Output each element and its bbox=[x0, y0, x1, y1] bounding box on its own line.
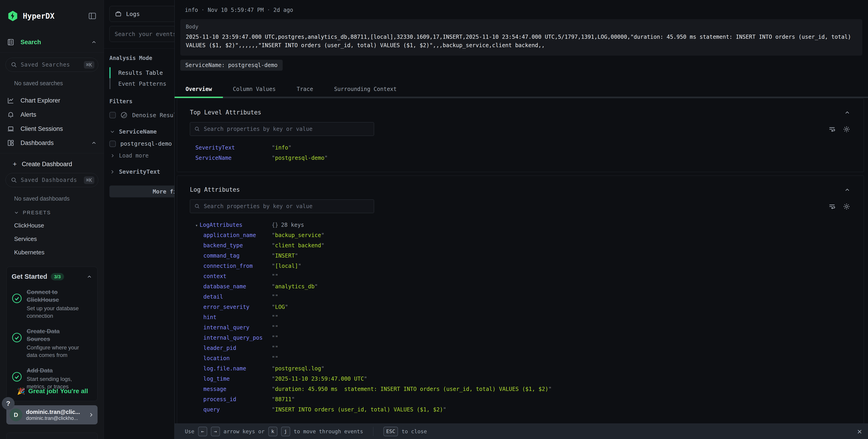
section-title: Log Attributes bbox=[190, 186, 851, 193]
attribute-root-row: ▾LogAttributes {}28 keys bbox=[190, 222, 851, 232]
create-dashboard-button[interactable]: + Create Dashboard bbox=[0, 160, 104, 168]
detail-tab[interactable]: Column Values bbox=[233, 86, 276, 92]
attribute-value[interactable]: 88711 bbox=[272, 396, 295, 403]
sidebar-item-chart-explorer[interactable]: Chart Explorer bbox=[0, 93, 104, 107]
sidebar-item-search[interactable]: Search bbox=[0, 35, 104, 49]
attribute-value[interactable]: INSERT bbox=[272, 253, 298, 259]
attribute-value[interactable]: client backend bbox=[272, 242, 324, 249]
sidebar: HyperDX Search Saved Searches ⌘K No save… bbox=[0, 0, 104, 439]
attribute-key[interactable]: backend_type bbox=[190, 242, 272, 249]
sidebar-item-client-sessions[interactable]: Client Sessions bbox=[0, 122, 104, 136]
body-label: Body bbox=[186, 24, 857, 30]
attribute-key[interactable]: connection_from bbox=[190, 263, 272, 269]
user-menu[interactable]: D dominic.tran@clic... dominic.tran@clic… bbox=[6, 405, 98, 425]
attribute-row: location bbox=[190, 355, 851, 365]
gear-icon[interactable] bbox=[843, 202, 850, 210]
attributes-search-input[interactable]: Search properties by key or value bbox=[190, 122, 374, 136]
attribute-key[interactable]: process_id bbox=[190, 396, 272, 403]
attribute-key[interactable]: log_time bbox=[190, 376, 272, 382]
sidebar-item-dashboards[interactable]: Dashboards bbox=[0, 136, 104, 150]
attribute-value[interactable]: INSERT INTO orders (user_id, total) VALU… bbox=[272, 406, 446, 413]
attribute-root-key[interactable]: ▾LogAttributes bbox=[190, 222, 272, 228]
attribute-row: ServiceName postgresql-demo bbox=[190, 155, 851, 165]
preset-item[interactable]: ClickHouse bbox=[14, 222, 104, 229]
get-started-item[interactable]: Add Data Start sending logs, metrics, or… bbox=[11, 367, 92, 390]
attribute-value[interactable] bbox=[272, 345, 278, 351]
attribute-value[interactable] bbox=[272, 324, 278, 331]
attribute-value[interactable] bbox=[272, 273, 278, 279]
attribute-key[interactable]: message bbox=[190, 386, 272, 392]
detail-tab[interactable]: Overview bbox=[186, 86, 212, 92]
attribute-value[interactable]: duration: 45.950 ms statement: INSERT IN… bbox=[272, 386, 552, 392]
k-key[interactable]: k bbox=[268, 427, 277, 436]
detail-tab[interactable]: Surrounding Context bbox=[334, 86, 397, 92]
get-started-item[interactable]: Create Data Sources Configure where your… bbox=[11, 327, 92, 359]
attribute-value[interactable]: postgresql-demo bbox=[272, 155, 328, 161]
attribute-value[interactable] bbox=[272, 314, 278, 320]
attribute-row: log_time 2025-11-10 23:59:47.000 UTC bbox=[190, 376, 851, 386]
attribute-value[interactable]: info bbox=[272, 145, 291, 151]
arrow-left-key[interactable]: ← bbox=[198, 427, 207, 436]
sidebar-item-label: Alerts bbox=[21, 111, 97, 118]
attribute-value[interactable]: 2025-11-10 23:59:47.000 UTC bbox=[272, 376, 367, 382]
attribute-value[interactable]: backup_service bbox=[272, 232, 324, 239]
attribute-key[interactable]: internal_query_pos bbox=[190, 335, 272, 341]
attribute-value[interactable] bbox=[272, 335, 278, 341]
attribute-key[interactable]: log.file.name bbox=[190, 365, 272, 372]
preset-item[interactable]: Services bbox=[14, 236, 104, 243]
attribute-value[interactable] bbox=[272, 293, 278, 300]
close-icon[interactable]: × bbox=[857, 427, 862, 436]
attribute-key[interactable]: application_name bbox=[190, 232, 272, 239]
get-started-header[interactable]: Get Started 3/3 bbox=[11, 273, 92, 280]
gear-icon[interactable] bbox=[843, 125, 850, 133]
attribute-value[interactable]: analytics_db bbox=[272, 283, 318, 290]
attribute-key[interactable]: internal_query bbox=[190, 324, 272, 331]
presets-toggle[interactable]: PRESETS bbox=[14, 210, 104, 216]
j-key[interactable]: j bbox=[281, 427, 290, 436]
attribute-value[interactable]: LOG bbox=[272, 304, 288, 310]
detail-tab[interactable]: Trace bbox=[297, 86, 313, 92]
service-name-tag[interactable]: ServiceName: postgresql-demo bbox=[180, 60, 283, 71]
attribute-key[interactable]: leader_pid bbox=[190, 345, 272, 351]
attribute-row: database_name analytics_db bbox=[190, 283, 851, 293]
top-attribute-rows: SeverityText info ServiceName postgresql… bbox=[190, 145, 851, 165]
esc-key[interactable]: ESC bbox=[383, 427, 398, 436]
sidebar-item-alerts[interactable]: Alerts bbox=[0, 107, 104, 122]
collapse-sidebar-icon[interactable] bbox=[88, 11, 97, 21]
congrats-message: 🎉 Great job! You're all bbox=[17, 387, 95, 395]
wrap-lines-icon[interactable] bbox=[828, 125, 836, 133]
log-attribute-rows: application_name backup_service backend_… bbox=[190, 232, 851, 417]
attribute-key[interactable]: location bbox=[190, 355, 272, 362]
attribute-key[interactable]: detail bbox=[190, 293, 272, 300]
attribute-value[interactable] bbox=[272, 355, 278, 362]
arrow-right-key[interactable]: → bbox=[211, 427, 220, 436]
attribute-key[interactable]: context bbox=[190, 273, 272, 279]
check-circle-icon bbox=[11, 293, 22, 319]
preset-item[interactable]: Kubernetes bbox=[14, 249, 104, 256]
attribute-value[interactable]: [local] bbox=[272, 263, 301, 269]
attribute-value[interactable]: postgresql.log bbox=[272, 365, 324, 372]
attribute-row: backend_type client backend bbox=[190, 242, 851, 253]
attribute-key[interactable]: error_severity bbox=[190, 304, 272, 310]
attribute-key[interactable]: command_tag bbox=[190, 253, 272, 259]
denoise-checkbox[interactable] bbox=[110, 112, 116, 118]
attribute-key[interactable]: hint bbox=[190, 314, 272, 320]
attribute-key[interactable]: query bbox=[190, 406, 272, 413]
attribute-row: SeverityText info bbox=[190, 145, 851, 155]
help-button[interactable]: ? bbox=[2, 397, 14, 410]
attribute-key[interactable]: SeverityText bbox=[190, 145, 272, 151]
chevron-up-icon[interactable] bbox=[844, 187, 850, 193]
saved-dashboards-input[interactable]: Saved Dashboards ⌘K bbox=[5, 173, 98, 187]
active-tab-underline bbox=[175, 97, 223, 98]
event-timestamp: Nov 10 5:59:47 PM bbox=[208, 7, 264, 13]
get-started-item[interactable]: Connect to ClickHouse Set up your databa… bbox=[11, 288, 92, 319]
wrap-lines-icon[interactable] bbox=[828, 202, 836, 210]
attribute-key[interactable]: ServiceName bbox=[190, 155, 272, 161]
chevron-up-icon[interactable] bbox=[844, 109, 850, 116]
divider bbox=[373, 427, 373, 436]
sidebar-item-label: Client Sessions bbox=[21, 125, 97, 132]
filter-value-checkbox[interactable] bbox=[110, 140, 116, 147]
saved-searches-input[interactable]: Saved Searches ⌘K bbox=[5, 58, 98, 72]
attribute-key[interactable]: database_name bbox=[190, 283, 272, 290]
attributes-search-input[interactable]: Search properties by key or value bbox=[190, 199, 374, 213]
